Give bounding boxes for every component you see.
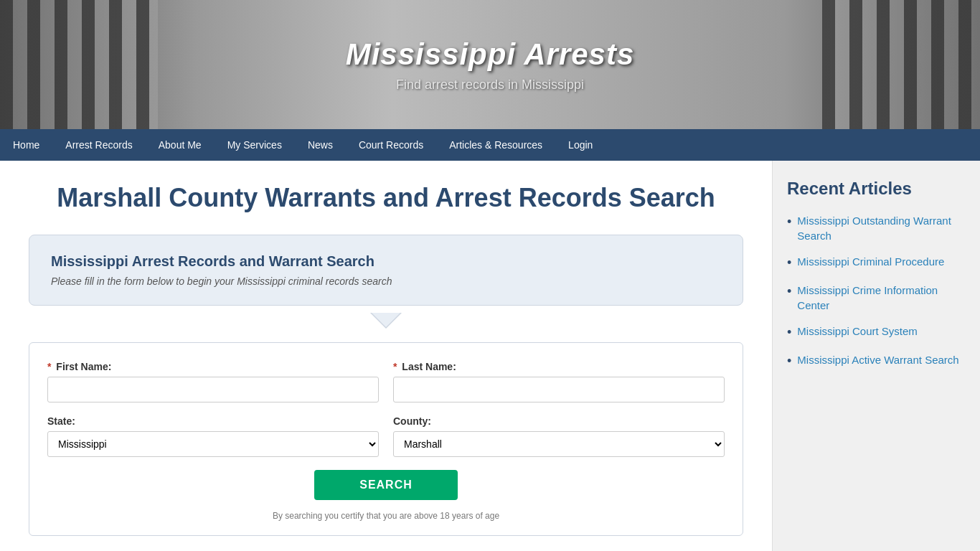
first-name-input[interactable] xyxy=(47,377,379,402)
sidebar-article-list: • Mississippi Outstanding Warrant Search… xyxy=(787,213,966,371)
article-link-3[interactable]: Mississippi Crime Information Center xyxy=(797,283,966,313)
main-container: Marshall County Warrants and Arrest Reco… xyxy=(0,161,980,551)
nav-link-login[interactable]: Login xyxy=(555,129,606,161)
list-item: • Mississippi Court System xyxy=(787,324,966,342)
last-name-label: * Last Name: xyxy=(393,361,725,372)
nav-link-arrest-records[interactable]: Arrest Records xyxy=(52,129,145,161)
list-item: • Mississippi Outstanding Warrant Search xyxy=(787,213,966,243)
form-box-subtitle: Please fill in the form below to begin y… xyxy=(51,276,721,287)
article-link-1[interactable]: Mississippi Outstanding Warrant Search xyxy=(797,213,966,243)
state-group: State: Mississippi xyxy=(47,415,379,457)
form-disclaimer: By searching you certify that you are ab… xyxy=(47,511,725,521)
county-group: County: Marshall xyxy=(393,415,725,457)
nav-item-court-records[interactable]: Court Records xyxy=(346,129,436,161)
list-item: • Mississippi Crime Information Center xyxy=(787,283,966,313)
nav-link-my-services[interactable]: My Services xyxy=(215,129,295,161)
sidebar-title: Recent Articles xyxy=(787,179,966,199)
search-form: * First Name: * Last Name: xyxy=(47,361,725,521)
list-item: • Mississippi Criminal Procedure xyxy=(787,254,966,272)
bullet-icon: • xyxy=(787,213,791,231)
nav-item-arrest-records[interactable]: Arrest Records xyxy=(52,129,145,161)
nav-item-login[interactable]: Login xyxy=(555,129,606,161)
county-label: County: xyxy=(393,415,725,427)
bullet-icon: • xyxy=(787,254,791,272)
main-nav: Home Arrest Records About Me My Services… xyxy=(0,129,980,161)
search-form-section: * First Name: * Last Name: xyxy=(29,342,743,536)
form-info-box: Mississippi Arrest Records and Warrant S… xyxy=(29,235,743,306)
nav-item-home[interactable]: Home xyxy=(0,129,52,161)
bullet-icon: • xyxy=(787,324,791,342)
state-select[interactable]: Mississippi xyxy=(47,431,379,457)
nav-item-about-me[interactable]: About Me xyxy=(146,129,215,161)
article-link-5[interactable]: Mississippi Active Warrant Search xyxy=(797,352,958,367)
header-left-bars xyxy=(0,0,158,129)
nav-item-news[interactable]: News xyxy=(295,129,346,161)
nav-link-about-me[interactable]: About Me xyxy=(146,129,215,161)
sidebar: Recent Articles • Mississippi Outstandin… xyxy=(772,161,980,551)
bullet-icon: • xyxy=(787,283,791,301)
bullet-icon: • xyxy=(787,352,791,370)
site-title: Mississippi Arrests xyxy=(346,37,635,72)
site-subtitle: Find arrest records in Mississippi xyxy=(346,77,635,93)
last-name-input[interactable] xyxy=(393,377,725,402)
header-right-bars xyxy=(822,0,980,129)
page-title: Marshall County Warrants and Arrest Reco… xyxy=(29,182,743,213)
article-link-2[interactable]: Mississippi Criminal Procedure xyxy=(797,254,944,269)
first-name-label: * First Name: xyxy=(47,361,379,372)
header-center: Mississippi Arrests Find arrest records … xyxy=(346,37,635,93)
nav-link-home[interactable]: Home xyxy=(0,129,52,161)
last-name-required-star: * xyxy=(393,361,397,372)
article-link-4[interactable]: Mississippi Court System xyxy=(797,324,918,339)
first-name-group: * First Name: xyxy=(47,361,379,402)
nav-link-articles[interactable]: Articles & Resources xyxy=(436,129,555,161)
site-header: Mississippi Arrests Find arrest records … xyxy=(0,0,980,129)
nav-item-my-services[interactable]: My Services xyxy=(215,129,295,161)
nav-link-court-records[interactable]: Court Records xyxy=(346,129,436,161)
search-button[interactable]: SEARCH xyxy=(314,470,458,500)
state-label: State: xyxy=(47,415,379,427)
county-select[interactable]: Marshall xyxy=(393,431,725,457)
location-row: State: Mississippi County: Marshall xyxy=(47,415,725,457)
form-box-title: Mississippi Arrest Records and Warrant S… xyxy=(51,253,721,270)
content-area: Marshall County Warrants and Arrest Reco… xyxy=(0,161,772,551)
name-row: * First Name: * Last Name: xyxy=(47,361,725,402)
list-item: • Mississippi Active Warrant Search xyxy=(787,352,966,370)
nav-item-articles[interactable]: Articles & Resources xyxy=(436,129,555,161)
last-name-group: * Last Name: xyxy=(393,361,725,402)
nav-link-news[interactable]: News xyxy=(295,129,346,161)
first-name-required-star: * xyxy=(47,361,51,372)
